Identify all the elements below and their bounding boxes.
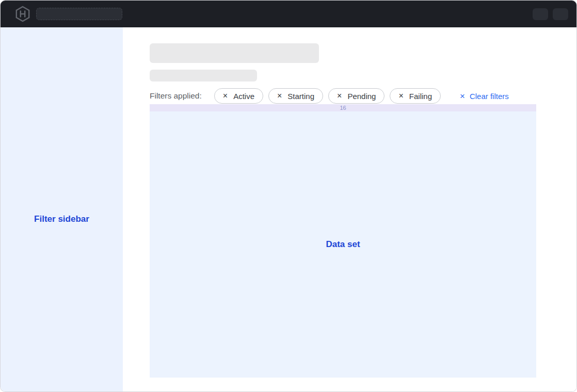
filter-chip[interactable]: × Failing <box>390 88 441 104</box>
chip-label: Failing <box>409 92 432 101</box>
filters-applied-label: Filters applied: <box>150 91 202 101</box>
main-content: Filters applied: × Active × Starting × P… <box>123 27 576 392</box>
chip-dismiss-icon[interactable]: × <box>337 92 342 100</box>
filters-applied-row: Filters applied: × Active × Starting × P… <box>150 88 576 104</box>
hashicorp-logo-icon <box>15 6 30 22</box>
filter-chips: × Active × Starting × Pending × Failing <box>214 88 441 104</box>
hashicorp-logo[interactable] <box>15 6 30 22</box>
topbar-action-placeholder-1[interactable] <box>533 8 548 20</box>
top-nav-bar <box>1 1 576 27</box>
app-window: Filter sidebar Filters applied: × Active… <box>0 0 577 392</box>
dataset-region: 16 Data set <box>150 104 536 378</box>
filter-sidebar: Filter sidebar <box>1 27 123 392</box>
page-subtitle-skeleton <box>150 70 257 81</box>
page-title-skeleton <box>150 43 319 63</box>
topbar-action-placeholder-2[interactable] <box>553 8 568 20</box>
filter-chip[interactable]: × Starting <box>268 88 323 104</box>
chip-dismiss-icon[interactable]: × <box>277 92 282 100</box>
clear-filters-label: Clear filters <box>470 92 509 101</box>
clear-filters-x-icon: × <box>460 92 465 101</box>
topbar-actions <box>533 8 568 20</box>
chip-label: Pending <box>347 92 376 101</box>
dataset-header-bar: 16 <box>150 104 536 111</box>
dataset-label: Data set <box>326 239 360 250</box>
page-layout: Filter sidebar Filters applied: × Active… <box>1 27 576 392</box>
chip-label: Starting <box>287 92 314 101</box>
filter-chip[interactable]: × Active <box>214 88 263 104</box>
chip-dismiss-icon[interactable]: × <box>398 92 403 100</box>
dataset-body: Data set <box>150 111 536 378</box>
clear-filters-button[interactable]: × Clear filters <box>460 92 509 101</box>
filter-chip[interactable]: × Pending <box>328 88 384 104</box>
chip-label: Active <box>233 92 254 101</box>
filter-sidebar-label: Filter sidebar <box>34 214 89 224</box>
chip-dismiss-icon[interactable]: × <box>223 92 228 100</box>
search-input-placeholder[interactable] <box>36 8 122 20</box>
